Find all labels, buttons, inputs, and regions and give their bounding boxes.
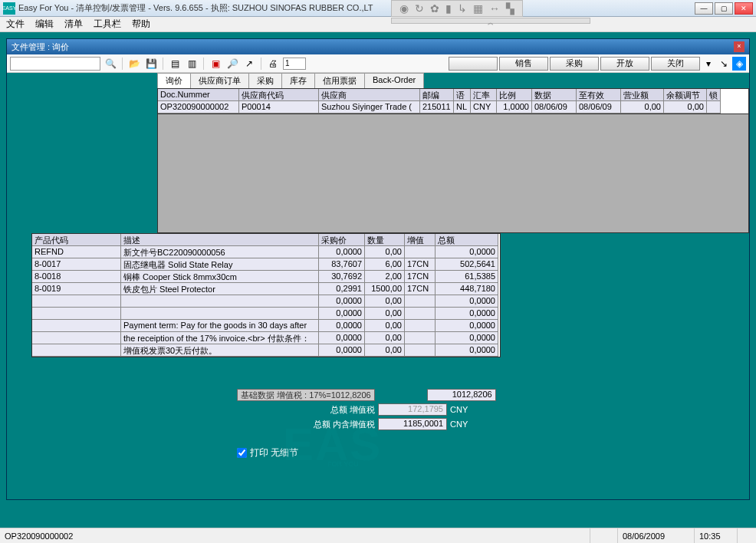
detail-cell: 0,00 (365, 246, 405, 258)
total-incl-value: 1185,0001 (378, 418, 447, 430)
detail-cell (32, 308, 121, 320)
menu-toolbar[interactable]: 工具栏 (94, 18, 121, 31)
detail-cell: 0,0000 (436, 295, 498, 308)
print-no-detail-input[interactable] (237, 448, 247, 458)
refresh-icon[interactable]: ↻ (415, 2, 424, 15)
menu-list[interactable]: 清单 (64, 18, 83, 31)
detail-cell (405, 246, 436, 258)
document-title: 文件管理 : 询价 (12, 41, 69, 53)
menu-edit[interactable]: 编辑 (35, 18, 54, 31)
document-window: 文件管理 : 询价 × 🔍 📂 💾 ▤ ▥ ▣ 🔎 ↗ 🖨 销售 采购 开放 (6, 38, 750, 500)
close-button[interactable]: ✕ (735, 2, 753, 15)
detail-table-row[interactable]: 0,00000,000,0000 (32, 308, 500, 320)
detail-cell: 8-0017 (32, 258, 121, 271)
detail-cell: 8-0019 (32, 283, 121, 295)
status-time: 10:35 (695, 528, 738, 543)
detail-cell: 1500,00 (365, 283, 405, 295)
record-icon[interactable]: ◉ (399, 2, 409, 15)
collapse-icon[interactable]: ▾ (702, 57, 715, 71)
vat-base-label: 基础数据 增值税 : 17%=1012,8206 (237, 389, 375, 401)
detail-table-row[interactable]: 8-0017固态继电器 Solid State Relay83,76076,00… (32, 258, 500, 271)
tab-stock[interactable]: 库存 (281, 73, 315, 88)
swap-icon[interactable]: ↔ (489, 2, 500, 15)
detail-cell: 0,0000 (319, 246, 365, 258)
tab-strip: 询价 供应商订单 采购 库存 信用票据 Back-Order (157, 73, 749, 88)
minimize-button[interactable]: — (695, 2, 713, 15)
detail-cell (32, 295, 121, 308)
detail-cell: 6,00 (365, 258, 405, 271)
tab-purchase[interactable]: 采购 (248, 73, 282, 88)
document-body: EAS FOR YOU 询价 供应商订单 采购 库存 信用票据 Back-Ord… (7, 73, 749, 499)
grid-icon[interactable]: ▦ (473, 2, 483, 15)
status-date: 08/06/2009 (618, 528, 695, 543)
detail-table-row[interactable]: 8-0019铁皮包片 Steel Protector0,29911500,001… (32, 283, 500, 295)
detail-cell: 17CN (405, 271, 436, 283)
open-button[interactable]: 开放 (600, 57, 649, 71)
close-button-2[interactable]: 关闭 (651, 57, 700, 71)
detail-table[interactable]: 产品代码 描述 采购价 数量 增值 总额 REFND新文件号BC22009000… (31, 233, 501, 357)
header-table[interactable]: Doc.Nummer 供应商代码 供应商 邮编 语 汇率 比例 数据 至有效 营… (157, 88, 749, 114)
menu-file[interactable]: 文件 (6, 18, 25, 31)
doc1-icon[interactable]: ▤ (168, 57, 182, 71)
detail-cell: 8-0018 (32, 271, 121, 283)
tab-back-order[interactable]: Back-Order (364, 73, 424, 88)
detail-cell: 448,7180 (436, 283, 498, 295)
currency-label-1: CNY (450, 405, 481, 414)
detail-cell (121, 295, 319, 308)
document-toolbar: 🔍 📂 💾 ▤ ▥ ▣ 🔎 ↗ 🖨 销售 采购 开放 关闭 ▾ ↘ ◈ (7, 54, 749, 73)
document-close-button[interactable]: × (734, 41, 744, 52)
doc2-icon[interactable]: ▥ (185, 57, 199, 71)
detail-cell (121, 308, 319, 320)
detail-cell: 0,0000 (319, 344, 365, 357)
header-table-data-row[interactable]: OP320090000002 P00014 Suzhou Siyinger Tr… (158, 101, 748, 114)
tab-inquiry[interactable]: 询价 (157, 73, 191, 88)
detail-cell: 增值税发票30天后付款。 (121, 344, 319, 357)
detail-cell: 0,0000 (436, 320, 498, 332)
vat-base-value: 1012,8206 (427, 389, 496, 401)
app-icon: EASY (3, 2, 15, 15)
detail-cell: 0,0000 (319, 308, 365, 320)
save-icon[interactable]: 💾 (144, 57, 158, 71)
print-no-detail-checkbox[interactable]: 打印 无细节 (237, 446, 749, 459)
purchase-button[interactable]: 采购 (550, 57, 599, 71)
red-icon[interactable]: ▣ (209, 57, 222, 71)
detail-cell: 17CN (405, 258, 436, 271)
export-icon[interactable]: ↳ (458, 2, 467, 15)
detail-table-row[interactable]: 增值税发票30天后付款。0,00000,000,0000 (32, 344, 500, 357)
bars-icon[interactable]: ▚ (506, 2, 514, 15)
menu-help[interactable]: 帮助 (132, 18, 150, 31)
tab-supplier-order[interactable]: 供应商订单 (190, 73, 249, 88)
search-input[interactable] (10, 57, 100, 71)
arrow-icon[interactable]: ↘ (717, 57, 731, 71)
detail-cell: 2,00 (365, 271, 405, 283)
detail-cell: 0,2991 (319, 283, 365, 295)
header-table-header-row: Doc.Nummer 供应商代码 供应商 邮编 语 汇率 比例 数据 至有效 营… (158, 89, 748, 101)
detail-cell: 61,5385 (436, 271, 498, 283)
page-number-input[interactable] (283, 58, 306, 70)
detail-cell (32, 344, 121, 357)
open-icon[interactable]: 📂 (127, 57, 141, 71)
detail-cell: 0,0000 (436, 308, 498, 320)
print-icon[interactable]: 🖨 (266, 57, 280, 71)
detail-table-row[interactable]: REFND新文件号BC2200900000560,00000,000,0000 (32, 246, 500, 258)
sales-button[interactable]: 销售 (499, 57, 548, 71)
collapse-toolbar-handle[interactable]: ︽ (391, 18, 590, 24)
blank-button[interactable] (449, 57, 498, 71)
detail-cell (32, 332, 121, 344)
binoculars-icon[interactable]: 🔍 (104, 57, 117, 71)
currency-label-2: CNY (450, 420, 481, 429)
detail-table-row[interactable]: the receiption of the 17% invoice.<br> 付… (32, 332, 500, 344)
tab-credit-note[interactable]: 信用票据 (314, 73, 365, 88)
preview-icon[interactable]: 🔎 (225, 57, 239, 71)
comment-icon[interactable]: ▮ (445, 2, 452, 15)
maximize-button[interactable]: ▢ (715, 2, 733, 15)
title-bar: EASY Easy For You - 清单控制/发票管理 - Vers. 9.… (0, 0, 756, 17)
remote-icon[interactable]: ◈ (732, 57, 746, 71)
gear-icon[interactable]: ✿ (430, 2, 439, 15)
detail-cell: 0,00 (365, 332, 405, 344)
total-vat-value: 172,1795 (378, 403, 447, 416)
detail-table-row[interactable]: 8-0018铜棒 Cooper Stick 8mmx30cm30,76922,0… (32, 271, 500, 283)
detail-table-row[interactable]: Payment term: Pay for the goods in 30 da… (32, 320, 500, 332)
export2-icon[interactable]: ↗ (242, 57, 256, 71)
detail-table-row[interactable]: 0,00000,000,0000 (32, 295, 500, 308)
